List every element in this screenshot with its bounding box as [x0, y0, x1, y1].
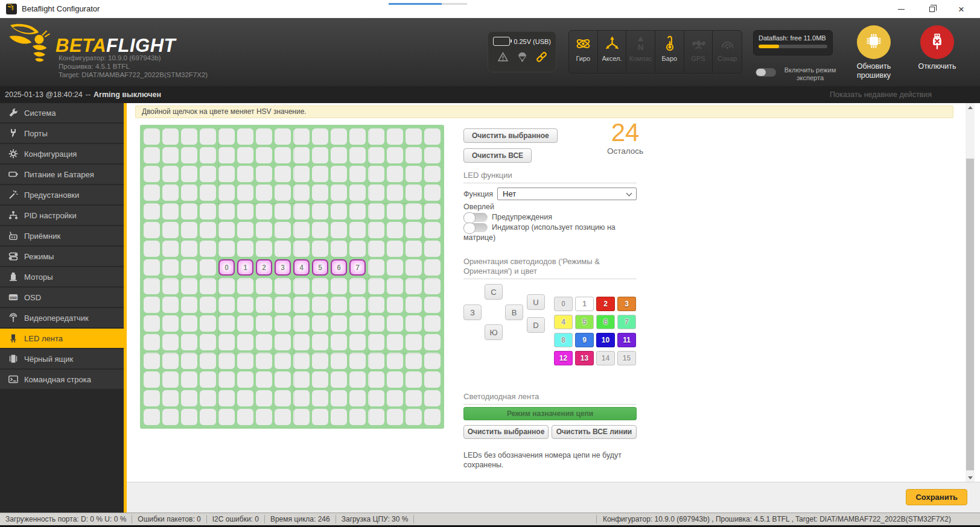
led-cell-r10-c14[interactable] — [406, 315, 422, 332]
direction-up-button[interactable]: U — [527, 294, 545, 310]
led-cell-r11-c0[interactable] — [144, 334, 160, 350]
led-cell-r13-c4[interactable] — [218, 371, 235, 388]
led-cell-r15-c1[interactable] — [162, 409, 179, 425]
led-cell-r0-c8[interactable] — [293, 128, 310, 145]
led-cell-r6-c13[interactable] — [387, 241, 403, 257]
led-cell-r1-c14[interactable] — [406, 147, 422, 163]
led-cell-r0-c14[interactable] — [406, 128, 422, 145]
led-cell-r9-c14[interactable] — [406, 297, 422, 313]
color-swatch-6[interactable]: 6 — [596, 315, 615, 329]
led-cell-r2-c11[interactable] — [349, 166, 366, 182]
led-cell-r4-c6[interactable] — [256, 203, 272, 219]
led-cell-r1-c2[interactable] — [181, 147, 197, 163]
led-cell-r11-c11[interactable] — [349, 334, 366, 350]
led-cell-r2-c12[interactable] — [368, 166, 384, 182]
led-cell-r8-c0[interactable] — [144, 278, 160, 294]
led-cell-r4-c2[interactable] — [181, 203, 197, 219]
color-swatch-1[interactable]: 1 — [575, 297, 594, 311]
led-cell-r4-c15[interactable] — [424, 203, 441, 219]
led-cell-r14-c11[interactable] — [349, 390, 366, 406]
led-cell-r8-c3[interactable] — [200, 278, 216, 294]
led-cell-r5-c2[interactable] — [181, 222, 197, 238]
led-cell-r2-c15[interactable] — [424, 166, 441, 182]
led-cell-r0-c4[interactable] — [218, 128, 235, 145]
led-cell-r10-c13[interactable] — [387, 315, 403, 332]
led-cell-r0-c10[interactable] — [331, 128, 347, 145]
led-cell-r14-c7[interactable] — [275, 390, 291, 406]
led-cell-r11-c14[interactable] — [406, 334, 422, 350]
color-swatch-5[interactable]: 5 — [575, 315, 594, 329]
led-cell-r10-c8[interactable] — [293, 315, 310, 332]
led-cell-r6-c9[interactable] — [312, 241, 328, 257]
led-cell-r1-c6[interactable] — [256, 147, 272, 163]
sidebar-item-motors[interactable]: Моторы — [0, 267, 124, 286]
led-cell-r9-c4[interactable] — [218, 297, 235, 313]
led-cell-r2-c3[interactable] — [200, 166, 216, 182]
led-cell-r3-c9[interactable] — [312, 185, 328, 201]
led-cell-r5-c11[interactable] — [349, 222, 366, 238]
led-cell-r0-c3[interactable] — [200, 128, 216, 145]
led-cell-r3-c2[interactable] — [181, 185, 197, 201]
led-cell-r12-c12[interactable] — [368, 353, 384, 369]
function-select[interactable]: Нет — [497, 188, 637, 200]
led-cell-r0-c13[interactable] — [387, 128, 403, 145]
close-button[interactable]: × — [953, 3, 969, 15]
led-cell-r5-c10[interactable] — [331, 222, 347, 238]
led-cell-r4-c10[interactable] — [331, 203, 347, 219]
led-cell-r15-c2[interactable] — [181, 409, 197, 425]
led-cell-r13-c11[interactable] — [349, 371, 366, 388]
led-cell-r9-c15[interactable] — [424, 297, 441, 313]
sidebar-item-cli[interactable]: Командная строка — [0, 370, 124, 389]
led-cell-r7-c15[interactable] — [424, 259, 441, 276]
led-cell-r15-c3[interactable] — [200, 409, 216, 425]
led-cell-r12-c7[interactable] — [275, 353, 291, 369]
led-cell-r8-c7[interactable] — [275, 278, 291, 294]
wire-ordering-mode-button[interactable]: Режим назначения цепи — [463, 407, 637, 420]
clear-all-button[interactable]: Очистить ВСЕ — [463, 148, 532, 163]
led-cell-r9-c9[interactable] — [312, 297, 328, 313]
led-cell-r5-c9[interactable] — [312, 222, 328, 238]
led-cell-r9-c8[interactable] — [293, 297, 310, 313]
led-cell-r7-c4[interactable]: 0 — [218, 259, 235, 276]
led-cell-r5-c7[interactable] — [275, 222, 291, 238]
led-cell-r11-c15[interactable] — [424, 334, 441, 350]
scroll-up-arrow[interactable] — [966, 103, 975, 112]
led-cell-r11-c8[interactable] — [293, 334, 310, 350]
color-swatch-13[interactable]: 13 — [575, 351, 594, 365]
led-cell-r11-c13[interactable] — [387, 334, 403, 350]
led-cell-r7-c13[interactable] — [387, 259, 403, 276]
led-cell-r8-c4[interactable] — [218, 278, 235, 294]
sidebar-item-modes[interactable]: Режимы — [0, 247, 124, 266]
color-swatch-7[interactable]: 7 — [617, 315, 636, 329]
led-cell-r13-c5[interactable] — [237, 371, 253, 388]
led-cell-r3-c0[interactable] — [144, 185, 160, 201]
led-cell-r8-c9[interactable] — [312, 278, 328, 294]
led-cell-r2-c6[interactable] — [256, 166, 272, 182]
led-cell-r14-c0[interactable] — [144, 390, 160, 406]
led-cell-r2-c1[interactable] — [162, 166, 179, 182]
led-cell-r4-c1[interactable] — [162, 203, 179, 219]
led-cell-r2-c2[interactable] — [181, 166, 197, 182]
led-cell-r14-c4[interactable] — [218, 390, 235, 406]
led-cell-r4-c12[interactable] — [368, 203, 384, 219]
led-cell-r3-c15[interactable] — [424, 185, 441, 201]
led-cell-r6-c10[interactable] — [331, 241, 347, 257]
led-cell-r4-c8[interactable] — [293, 203, 310, 219]
led-cell-r9-c0[interactable] — [144, 297, 160, 313]
led-cell-r9-c13[interactable] — [387, 297, 403, 313]
led-cell-r15-c15[interactable] — [424, 409, 441, 425]
led-cell-r15-c5[interactable] — [237, 409, 253, 425]
led-cell-r7-c6[interactable]: 2 — [256, 259, 272, 276]
led-cell-r12-c11[interactable] — [349, 353, 366, 369]
led-cell-r5-c0[interactable] — [144, 222, 160, 238]
led-cell-r7-c10[interactable]: 6 — [331, 259, 347, 276]
sidebar-item-blackbox[interactable]: Чёрный ящик — [0, 349, 124, 368]
toggle-switch[interactable] — [463, 213, 488, 222]
led-cell-r3-c12[interactable] — [368, 185, 384, 201]
color-swatch-14[interactable]: 14 — [596, 351, 615, 365]
led-cell-r1-c8[interactable] — [293, 147, 310, 163]
led-cell-r1-c13[interactable] — [387, 147, 403, 163]
sidebar-item-pid-tuning[interactable]: PID настройки — [0, 206, 124, 225]
sidebar-item-led-strip[interactable]: LED лента — [0, 329, 124, 348]
led-cell-r10-c1[interactable] — [162, 315, 179, 332]
